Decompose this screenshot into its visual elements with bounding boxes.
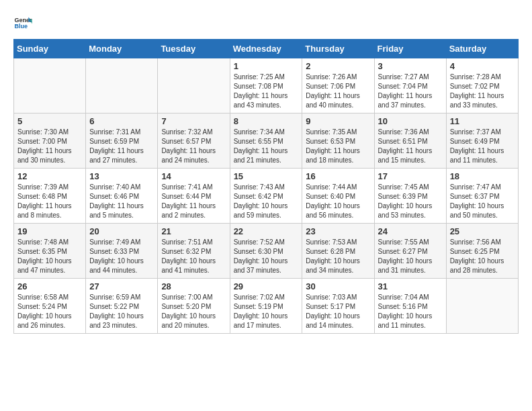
calendar-cell — [86, 58, 158, 113]
day-number: 30 — [306, 281, 370, 291]
day-number: 19 — [17, 226, 82, 236]
calendar-cell: 19Sunrise: 7:48 AM Sunset: 6:35 PM Dayli… — [14, 224, 86, 279]
day-number: 9 — [306, 116, 370, 126]
day-info: Sunrise: 6:58 AM Sunset: 5:24 PM Dayligh… — [17, 293, 82, 330]
day-number: 28 — [161, 281, 226, 291]
calendar-cell: 8Sunrise: 7:34 AM Sunset: 6:55 PM Daylig… — [230, 113, 302, 169]
day-info: Sunrise: 7:48 AM Sunset: 6:35 PM Dayligh… — [17, 238, 82, 275]
day-number: 10 — [378, 116, 443, 126]
day-info: Sunrise: 7:02 AM Sunset: 5:19 PM Dayligh… — [234, 293, 299, 330]
calendar-cell: 7Sunrise: 7:32 AM Sunset: 6:57 PM Daylig… — [158, 113, 230, 169]
day-info: Sunrise: 7:47 AM Sunset: 6:37 PM Dayligh… — [450, 183, 515, 220]
day-number: 27 — [89, 281, 154, 291]
day-info: Sunrise: 7:36 AM Sunset: 6:51 PM Dayligh… — [378, 128, 443, 165]
calendar-cell: 23Sunrise: 7:53 AM Sunset: 6:28 PM Dayli… — [302, 224, 374, 279]
calendar-week-4: 19Sunrise: 7:48 AM Sunset: 6:35 PM Dayli… — [14, 224, 519, 279]
day-number: 26 — [17, 281, 82, 291]
calendar-cell: 27Sunrise: 6:59 AM Sunset: 5:22 PM Dayli… — [86, 279, 158, 334]
day-number: 18 — [450, 171, 515, 181]
day-number: 25 — [450, 226, 515, 236]
day-info: Sunrise: 7:43 AM Sunset: 6:42 PM Dayligh… — [234, 183, 299, 220]
day-number: 31 — [378, 281, 443, 291]
day-number: 20 — [89, 226, 154, 236]
calendar-cell: 22Sunrise: 7:52 AM Sunset: 6:30 PM Dayli… — [230, 224, 302, 279]
calendar-cell: 1Sunrise: 7:25 AM Sunset: 7:08 PM Daylig… — [230, 58, 302, 113]
calendar-cell: 17Sunrise: 7:45 AM Sunset: 6:39 PM Dayli… — [374, 169, 446, 224]
calendar-cell: 18Sunrise: 7:47 AM Sunset: 6:37 PM Dayli… — [446, 169, 518, 224]
day-info: Sunrise: 7:56 AM Sunset: 6:25 PM Dayligh… — [450, 238, 515, 275]
day-number: 24 — [378, 226, 443, 236]
day-info: Sunrise: 7:41 AM Sunset: 6:44 PM Dayligh… — [161, 183, 226, 220]
calendar-cell: 24Sunrise: 7:55 AM Sunset: 6:27 PM Dayli… — [374, 224, 446, 279]
day-info: Sunrise: 7:39 AM Sunset: 6:48 PM Dayligh… — [17, 183, 82, 220]
calendar-cell — [446, 279, 518, 334]
calendar-week-5: 26Sunrise: 6:58 AM Sunset: 5:24 PM Dayli… — [14, 279, 519, 334]
column-header-friday: Friday — [374, 40, 446, 58]
calendar-cell: 21Sunrise: 7:51 AM Sunset: 6:32 PM Dayli… — [158, 224, 230, 279]
day-number: 23 — [306, 226, 370, 236]
day-number: 3 — [378, 61, 443, 71]
day-info: Sunrise: 7:35 AM Sunset: 6:53 PM Dayligh… — [306, 128, 370, 165]
day-info: Sunrise: 7:00 AM Sunset: 5:20 PM Dayligh… — [161, 293, 226, 330]
day-number: 13 — [89, 171, 154, 181]
column-header-thursday: Thursday — [302, 40, 374, 58]
svg-text:Blue: Blue — [14, 23, 28, 30]
day-number: 8 — [234, 116, 299, 126]
calendar-week-3: 12Sunrise: 7:39 AM Sunset: 6:48 PM Dayli… — [14, 169, 519, 224]
day-number: 16 — [306, 171, 370, 181]
day-info: Sunrise: 7:30 AM Sunset: 7:00 PM Dayligh… — [17, 128, 82, 165]
calendar-cell: 28Sunrise: 7:00 AM Sunset: 5:20 PM Dayli… — [158, 279, 230, 334]
calendar-week-2: 5Sunrise: 7:30 AM Sunset: 7:00 PM Daylig… — [14, 113, 519, 169]
calendar-cell: 30Sunrise: 7:03 AM Sunset: 5:17 PM Dayli… — [302, 279, 374, 334]
day-number: 7 — [161, 116, 226, 126]
calendar-cell: 4Sunrise: 7:28 AM Sunset: 7:02 PM Daylig… — [446, 58, 518, 113]
calendar-cell: 31Sunrise: 7:04 AM Sunset: 5:16 PM Dayli… — [374, 279, 446, 334]
calendar-cell — [158, 58, 230, 113]
logo: General Blue — [13, 13, 35, 32]
day-info: Sunrise: 7:03 AM Sunset: 5:17 PM Dayligh… — [306, 293, 370, 330]
calendar-cell: 5Sunrise: 7:30 AM Sunset: 7:00 PM Daylig… — [14, 113, 86, 169]
day-info: Sunrise: 7:52 AM Sunset: 6:30 PM Dayligh… — [234, 238, 299, 275]
day-number: 11 — [450, 116, 515, 126]
day-number: 4 — [450, 61, 515, 71]
day-number: 12 — [17, 171, 82, 181]
day-info: Sunrise: 7:32 AM Sunset: 6:57 PM Dayligh… — [161, 128, 226, 165]
day-number: 17 — [378, 171, 443, 181]
calendar-header-row: SundayMondayTuesdayWednesdayThursdayFrid… — [14, 40, 519, 58]
calendar-cell: 9Sunrise: 7:35 AM Sunset: 6:53 PM Daylig… — [302, 113, 374, 169]
day-number: 29 — [234, 281, 299, 291]
day-info: Sunrise: 6:59 AM Sunset: 5:22 PM Dayligh… — [89, 293, 154, 330]
column-header-sunday: Sunday — [14, 40, 86, 58]
calendar-week-1: 1Sunrise: 7:25 AM Sunset: 7:08 PM Daylig… — [14, 58, 519, 113]
day-info: Sunrise: 7:45 AM Sunset: 6:39 PM Dayligh… — [378, 183, 443, 220]
day-number: 1 — [234, 61, 299, 71]
day-number: 14 — [161, 171, 226, 181]
calendar-cell: 13Sunrise: 7:40 AM Sunset: 6:46 PM Dayli… — [86, 169, 158, 224]
calendar-table: SundayMondayTuesdayWednesdayThursdayFrid… — [13, 39, 519, 334]
calendar-cell: 29Sunrise: 7:02 AM Sunset: 5:19 PM Dayli… — [230, 279, 302, 334]
calendar-cell: 10Sunrise: 7:36 AM Sunset: 6:51 PM Dayli… — [374, 113, 446, 169]
day-number: 15 — [234, 171, 299, 181]
day-number: 21 — [161, 226, 226, 236]
calendar-cell: 25Sunrise: 7:56 AM Sunset: 6:25 PM Dayli… — [446, 224, 518, 279]
calendar-cell: 6Sunrise: 7:31 AM Sunset: 6:59 PM Daylig… — [86, 113, 158, 169]
day-info: Sunrise: 7:26 AM Sunset: 7:06 PM Dayligh… — [306, 73, 370, 110]
day-info: Sunrise: 7:53 AM Sunset: 6:28 PM Dayligh… — [306, 238, 370, 275]
calendar-cell: 26Sunrise: 6:58 AM Sunset: 5:24 PM Dayli… — [14, 279, 86, 334]
day-info: Sunrise: 7:31 AM Sunset: 6:59 PM Dayligh… — [89, 128, 154, 165]
column-header-saturday: Saturday — [446, 40, 518, 58]
day-number: 6 — [89, 116, 154, 126]
day-info: Sunrise: 7:25 AM Sunset: 7:08 PM Dayligh… — [234, 73, 299, 110]
day-info: Sunrise: 7:40 AM Sunset: 6:46 PM Dayligh… — [89, 183, 154, 220]
calendar-cell: 15Sunrise: 7:43 AM Sunset: 6:42 PM Dayli… — [230, 169, 302, 224]
calendar-cell: 11Sunrise: 7:37 AM Sunset: 6:49 PM Dayli… — [446, 113, 518, 169]
day-number: 22 — [234, 226, 299, 236]
page-header: General Blue — [13, 13, 519, 32]
day-info: Sunrise: 7:51 AM Sunset: 6:32 PM Dayligh… — [161, 238, 226, 275]
column-header-monday: Monday — [86, 40, 158, 58]
day-info: Sunrise: 7:37 AM Sunset: 6:49 PM Dayligh… — [450, 128, 515, 165]
day-info: Sunrise: 7:55 AM Sunset: 6:27 PM Dayligh… — [378, 238, 443, 275]
day-info: Sunrise: 7:44 AM Sunset: 6:40 PM Dayligh… — [306, 183, 370, 220]
calendar-cell — [14, 58, 86, 113]
calendar-cell: 2Sunrise: 7:26 AM Sunset: 7:06 PM Daylig… — [302, 58, 374, 113]
